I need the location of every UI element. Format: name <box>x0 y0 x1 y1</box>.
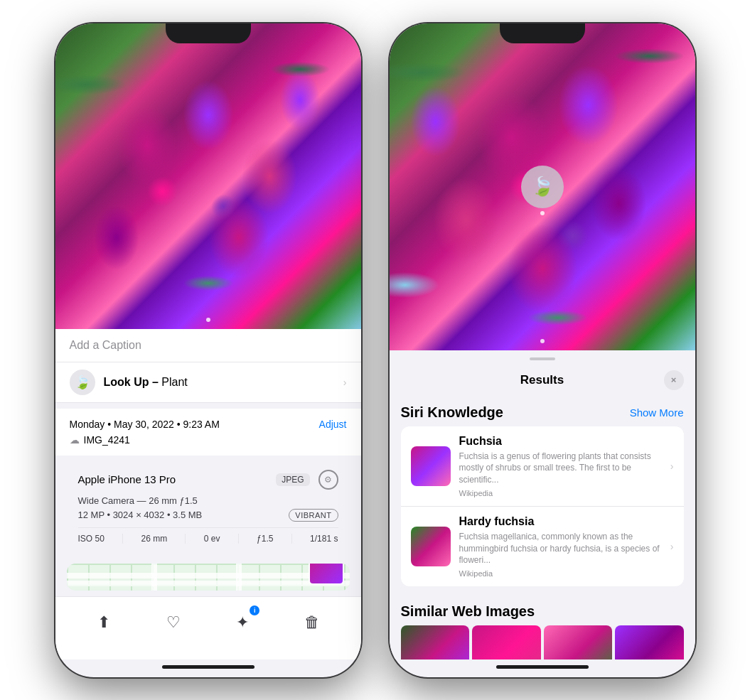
share-icon: ⬆ <box>97 613 110 632</box>
map-road-v2 <box>236 564 242 591</box>
specs-text: 12 MP • 3024 × 4032 • 3.5 MB <box>78 510 203 520</box>
close-button[interactable]: × <box>664 370 684 390</box>
camera-model: Apple iPhone 13 Pro <box>78 473 176 485</box>
fuchsia-description: Fuchsia is a genus of flowering plants t… <box>459 451 662 486</box>
page-indicator-1 <box>206 318 210 322</box>
result-item-fuchsia[interactable]: Fuchsia Fuchsia is a genus of flowering … <box>401 426 684 506</box>
vibrant-badge: VIBRANT <box>289 509 338 522</box>
result-item-hardy-fuchsia[interactable]: Hardy fuchsia Fuchsia magellanica, commo… <box>401 506 684 586</box>
lookup-chevron: › <box>343 377 347 388</box>
fuchsia-content: Fuchsia Fuchsia is a genus of flowering … <box>459 435 662 497</box>
map-road-h1 <box>67 573 350 578</box>
exif-ev: 0 ev <box>204 534 220 544</box>
results-panel: Results × Siri Knowledge Show More Fuchs… <box>390 350 695 659</box>
page-dot-2 <box>540 339 545 343</box>
lookup-text: Look Up – Plant <box>104 376 188 389</box>
info-button[interactable]: ✦ i <box>227 607 258 638</box>
toolbar: ⬆ ♡ ✦ i 🗑 <box>55 596 361 659</box>
photo-strip-thumbnail <box>309 564 344 585</box>
close-icon: × <box>671 375 677 385</box>
fuchsia-source: Wikipedia <box>459 489 662 497</box>
lookup-row[interactable]: 🍃 Look Up – Plant › <box>55 362 361 403</box>
flower-photo-1[interactable] <box>55 23 361 329</box>
exif-focal: 26 mm <box>141 534 167 544</box>
similar-image-4[interactable] <box>615 625 684 659</box>
exif-divider-1 <box>122 534 123 544</box>
hardy-title: Hardy fuchsia <box>459 515 662 528</box>
similar-title: Similar Web Images <box>390 598 695 625</box>
trash-icon: 🗑 <box>304 613 320 632</box>
photo-info-section: Monday • May 30, 2022 • 9:23 AM Adjust ☁… <box>55 409 361 456</box>
hardy-description: Fuchsia magellanica, commonly known as t… <box>459 531 662 566</box>
phone1-screen: Add a Caption 🍃 Look Up – Plant › Monday… <box>55 23 361 677</box>
map-road-v1 <box>151 564 157 591</box>
lookup-bold: Look Up – <box>104 376 162 388</box>
settings-icon: ⚙ <box>324 475 332 485</box>
camera-info-card: Apple iPhone 13 Pro JPEG ⚙ Wide Camera —… <box>67 461 350 552</box>
phone-notch-2 <box>500 23 585 43</box>
phone2-screen: 🍃 Results × Siri Knowledge Show More <box>390 23 695 677</box>
lookup-regular: Plant <box>161 376 187 388</box>
caption-area[interactable]: Add a Caption <box>55 329 361 362</box>
settings-circle: ⚙ <box>318 470 338 490</box>
exif-divider-2 <box>185 534 186 544</box>
sparkle-icon: ✦ <box>236 613 249 632</box>
result-card: Fuchsia Fuchsia is a genus of flowering … <box>401 426 684 587</box>
caption-placeholder[interactable]: Add a Caption <box>70 339 141 351</box>
results-title: Results <box>421 373 664 387</box>
visual-lookup-dot <box>540 211 545 215</box>
phone-2: 🍃 Results × Siri Knowledge Show More <box>390 23 695 677</box>
similar-image-3[interactable] <box>544 625 613 659</box>
jpeg-badge: JPEG <box>276 473 309 486</box>
hardy-chevron: › <box>670 541 674 552</box>
home-indicator-1 <box>162 665 255 669</box>
results-header: Results × <box>390 365 695 399</box>
leaf-icon: 🍃 <box>75 375 90 390</box>
favorite-button[interactable]: ♡ <box>158 607 189 638</box>
siri-knowledge-title: Siri Knowledge <box>401 404 503 421</box>
exif-aperture: ƒ1.5 <box>257 534 273 544</box>
exif-divider-4 <box>291 534 292 544</box>
map-thumbnail[interactable] <box>67 564 350 591</box>
camera-model-row: Apple iPhone 13 Pro JPEG ⚙ <box>78 470 338 490</box>
info-badge-text: i <box>254 607 256 614</box>
hardy-source: Wikipedia <box>459 569 662 578</box>
similar-images-grid <box>390 625 695 659</box>
cloud-icon: ☁ <box>70 434 80 446</box>
similar-section: Similar Web Images <box>390 592 695 659</box>
home-indicator-2 <box>496 665 589 669</box>
date-row: Monday • May 30, 2022 • 9:23 AM Adjust <box>70 419 347 430</box>
exif-iso: ISO 50 <box>78 534 105 544</box>
date-text: Monday • May 30, 2022 • 9:23 AM <box>70 419 220 430</box>
similar-image-1[interactable] <box>401 625 470 659</box>
fuchsia-thumbnail <box>411 446 451 486</box>
phone-notch-1 <box>166 23 251 43</box>
lookup-icon: 🍃 <box>70 370 95 395</box>
delete-button[interactable]: 🗑 <box>296 607 328 638</box>
fuchsia-chevron: › <box>670 461 674 472</box>
map-road-h2 <box>67 581 350 586</box>
adjust-button[interactable]: Adjust <box>319 419 347 430</box>
exif-row: ISO 50 26 mm 0 ev ƒ1.5 1/181 s <box>78 527 338 544</box>
specs-row: 12 MP • 3024 × 4032 • 3.5 MB VIBRANT <box>78 509 338 522</box>
hardy-content: Hardy fuchsia Fuchsia magellanica, commo… <box>459 515 662 578</box>
info-badge: i <box>250 605 259 615</box>
heart-icon: ♡ <box>166 613 181 632</box>
camera-lens: Wide Camera — 26 mm ƒ1.5 <box>78 495 338 506</box>
show-more-button[interactable]: Show More <box>630 406 684 419</box>
visual-lookup-icon: 🍃 <box>531 176 554 198</box>
results-handle[interactable] <box>530 357 555 360</box>
filename: IMG_4241 <box>84 434 130 446</box>
siri-knowledge-header: Siri Knowledge Show More <box>390 399 695 426</box>
flower-photo-2[interactable]: 🍃 <box>390 23 695 350</box>
similar-image-2[interactable] <box>472 625 541 659</box>
location-row: ☁ IMG_4241 <box>70 434 347 446</box>
exif-shutter: 1/181 s <box>310 534 338 544</box>
hardy-thumbnail <box>411 527 451 566</box>
share-button[interactable]: ⬆ <box>88 607 119 638</box>
phone-1: Add a Caption 🍃 Look Up – Plant › Monday… <box>55 23 361 677</box>
visual-lookup-button[interactable]: 🍃 <box>521 166 564 208</box>
fuchsia-title: Fuchsia <box>459 435 662 448</box>
exif-divider-3 <box>238 534 239 544</box>
